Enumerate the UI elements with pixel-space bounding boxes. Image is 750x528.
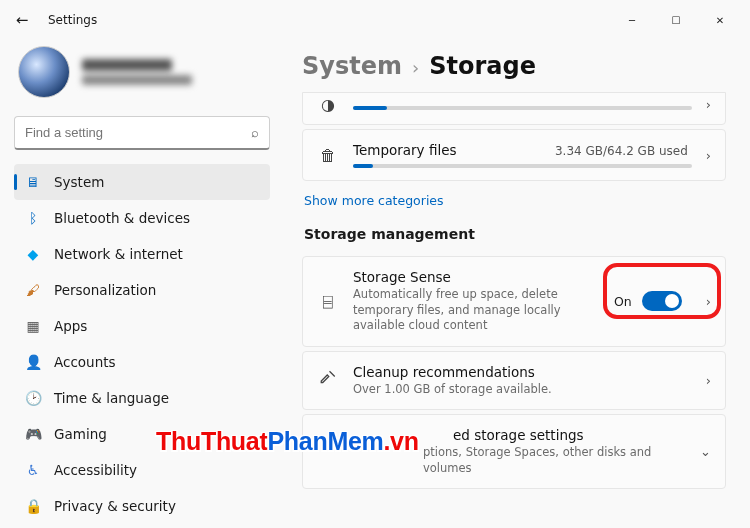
nav-label: Privacy & security — [54, 498, 176, 514]
nav-label: Accessibility — [54, 462, 137, 478]
nav-list: 🖥SystemᛒBluetooth & devices◆Network & in… — [14, 164, 270, 528]
nav-label: Apps — [54, 318, 87, 334]
temp-files-usage: 3.34 GB/64.2 GB used — [555, 144, 688, 158]
nav-label: Network & internet — [54, 246, 183, 262]
minimize-button[interactable]: ─ — [610, 5, 654, 35]
close-button[interactable]: ✕ — [698, 5, 742, 35]
chevron-right-icon: › — [706, 97, 711, 112]
maximize-button[interactable]: ☐ — [654, 5, 698, 35]
temporary-files-row[interactable]: 🗑 Temporary files 3.34 GB/64.2 GB used › — [302, 129, 726, 181]
sidebar-item-accessibility[interactable]: ♿Accessibility — [14, 452, 270, 488]
storage-sense-title: Storage Sense — [353, 269, 600, 285]
advanced-title-partial: ed storage settings — [353, 427, 686, 443]
storage-row-prev[interactable]: ◑ › — [302, 92, 726, 125]
search-input[interactable] — [25, 125, 251, 140]
advanced-desc-partial: ptions, Storage Spaces, other disks and … — [353, 445, 686, 476]
breadcrumb: System › Storage — [302, 52, 726, 80]
titlebar: ← Settings ─ ☐ ✕ — [0, 0, 750, 40]
nav-icon: 👤 — [24, 353, 42, 371]
profile-identity-blurred — [82, 59, 192, 85]
main-content: System › Storage ◑ › 🗑 Temporary files 3… — [280, 40, 750, 528]
search-icon: ⌕ — [251, 125, 259, 140]
sidebar-item-bluetooth-devices[interactable]: ᛒBluetooth & devices — [14, 200, 270, 236]
window-title: Settings — [48, 13, 97, 27]
nav-label: Gaming — [54, 426, 107, 442]
section-header: Storage management — [304, 226, 726, 242]
usage-bar — [353, 106, 692, 110]
nav-icon: ▦ — [24, 317, 42, 335]
usage-bar — [353, 164, 692, 168]
breadcrumb-parent[interactable]: System — [302, 52, 402, 80]
category-icon: ◑ — [317, 95, 339, 114]
cleanup-recommendations-row[interactable]: Cleanup recommendations Over 1.00 GB of … — [302, 351, 726, 411]
back-button[interactable]: ← — [8, 11, 36, 29]
search-box[interactable]: ⌕ — [14, 116, 270, 150]
nav-label: Personalization — [54, 282, 156, 298]
nav-icon: 🕑 — [24, 389, 42, 407]
sidebar-item-apps[interactable]: ▦Apps — [14, 308, 270, 344]
nav-icon: 🎮 — [24, 425, 42, 443]
sidebar-item-system[interactable]: 🖥System — [14, 164, 270, 200]
nav-label: Time & language — [54, 390, 169, 406]
chevron-right-icon: › — [706, 373, 711, 388]
show-more-link[interactable]: Show more categories — [304, 193, 726, 208]
cleanup-desc: Over 1.00 GB of storage available. — [353, 382, 653, 398]
sidebar-item-privacy-security[interactable]: 🔒Privacy & security — [14, 488, 270, 524]
cleanup-title: Cleanup recommendations — [353, 364, 692, 380]
storage-sense-desc: Automatically free up space, delete temp… — [353, 287, 600, 334]
storage-sense-toggle[interactable] — [642, 291, 682, 311]
chevron-right-icon: › — [706, 294, 711, 309]
nav-icon: 🖥 — [24, 173, 42, 191]
trash-icon: 🗑 — [317, 146, 339, 165]
toggle-state-label: On — [614, 294, 632, 309]
page-title: Storage — [429, 52, 536, 80]
profile-section[interactable] — [14, 40, 270, 112]
nav-icon: 🖌 — [24, 281, 42, 299]
chevron-right-icon: › — [706, 148, 711, 163]
sidebar-item-accounts[interactable]: 👤Accounts — [14, 344, 270, 380]
nav-icon: ᛒ — [24, 209, 42, 227]
sidebar-item-time-language[interactable]: 🕑Time & language — [14, 380, 270, 416]
chevron-down-icon: ⌄ — [700, 444, 711, 459]
storage-sense-row[interactable]: ⌸ Storage Sense Automatically free up sp… — [302, 256, 726, 347]
nav-label: System — [54, 174, 104, 190]
chevron-right-icon: › — [412, 57, 419, 78]
broom-icon — [317, 369, 339, 391]
temp-files-title: Temporary files — [353, 142, 457, 158]
sidebar: ⌕ 🖥SystemᛒBluetooth & devices◆Network & … — [0, 40, 280, 528]
advanced-storage-row[interactable]: ed storage settings ptions, Storage Spac… — [302, 414, 726, 489]
nav-icon: ♿ — [24, 461, 42, 479]
nav-icon: ◆ — [24, 245, 42, 263]
nav-label: Accounts — [54, 354, 116, 370]
nav-icon: 🔒 — [24, 497, 42, 515]
avatar — [18, 46, 70, 98]
sidebar-item-gaming[interactable]: 🎮Gaming — [14, 416, 270, 452]
sidebar-item-network-internet[interactable]: ◆Network & internet — [14, 236, 270, 272]
nav-label: Bluetooth & devices — [54, 210, 190, 226]
storage-sense-icon: ⌸ — [317, 292, 339, 311]
sidebar-item-personalization[interactable]: 🖌Personalization — [14, 272, 270, 308]
